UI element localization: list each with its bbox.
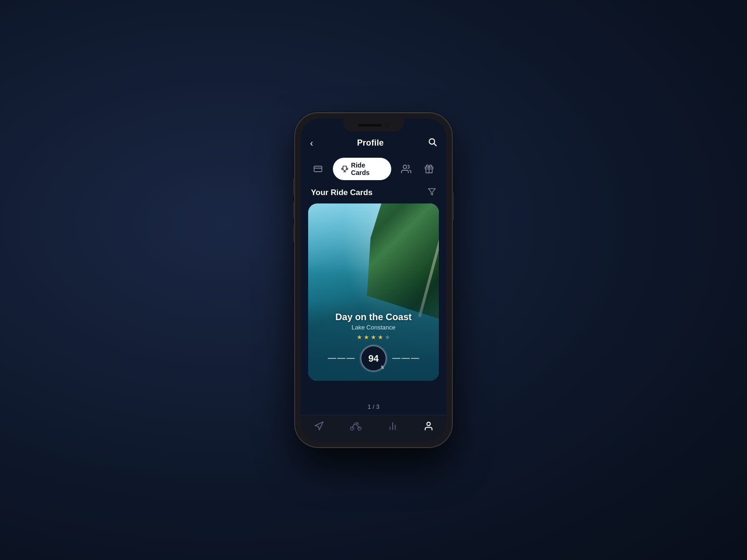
star-3: ★ bbox=[371, 334, 376, 341]
score-line bbox=[402, 358, 410, 359]
card-area: Day on the Coast Lake Constance ★ ★ ★ ★ … bbox=[301, 203, 446, 399]
score-line bbox=[328, 358, 336, 359]
star-2: ★ bbox=[364, 334, 369, 341]
pagination-label: 1 / 3 bbox=[367, 403, 379, 410]
score-line bbox=[337, 358, 345, 359]
notch-camera bbox=[385, 123, 389, 127]
star-5: ★ bbox=[385, 334, 390, 341]
tab-ride-cards-label: Ride Cards bbox=[351, 161, 383, 176]
svg-line-1 bbox=[434, 144, 437, 146]
tab-gift[interactable] bbox=[422, 161, 437, 177]
bottom-nav bbox=[301, 415, 446, 441]
back-button[interactable]: ‹ bbox=[310, 138, 313, 148]
notch bbox=[343, 119, 404, 132]
notch-speaker bbox=[358, 124, 381, 126]
nav-stats[interactable] bbox=[388, 421, 398, 431]
app-content: ‹ Profile bbox=[301, 119, 446, 441]
svg-marker-9 bbox=[429, 189, 436, 195]
section-header: Your Ride Cards bbox=[301, 186, 446, 203]
nav-profile[interactable] bbox=[423, 421, 434, 431]
search-icon[interactable] bbox=[428, 137, 437, 148]
score-lines-right bbox=[392, 358, 419, 359]
score-circle: 94 bbox=[360, 345, 387, 371]
pagination: 1 / 3 bbox=[301, 399, 446, 415]
nav-navigate[interactable] bbox=[314, 421, 324, 431]
ride-name: Day on the Coast bbox=[317, 312, 430, 322]
phone-screen: ‹ Profile bbox=[301, 119, 446, 441]
star-1: ★ bbox=[357, 334, 362, 341]
svg-marker-10 bbox=[315, 422, 323, 430]
score-line bbox=[411, 358, 419, 359]
score-tick bbox=[381, 365, 384, 370]
score-line bbox=[392, 358, 401, 359]
score-value: 94 bbox=[368, 353, 379, 364]
card-content: Day on the Coast Lake Constance ★ ★ ★ ★ … bbox=[308, 304, 439, 381]
ride-location: Lake Constance bbox=[317, 324, 430, 331]
tab-ride-cards[interactable]: Ride Cards bbox=[333, 158, 391, 180]
score-line bbox=[346, 358, 355, 359]
section-title: Your Ride Cards bbox=[311, 188, 373, 197]
tab-friends[interactable] bbox=[399, 161, 414, 177]
phone-wrapper: ‹ Profile bbox=[294, 112, 453, 448]
filter-icon[interactable] bbox=[428, 188, 436, 198]
phone-frame: ‹ Profile bbox=[294, 112, 453, 448]
page-title: Profile bbox=[357, 138, 384, 148]
ride-card[interactable]: Day on the Coast Lake Constance ★ ★ ★ ★ … bbox=[308, 203, 439, 381]
trophy-icon bbox=[341, 165, 348, 173]
nav-motorcycle[interactable] bbox=[350, 421, 362, 431]
svg-rect-2 bbox=[314, 166, 322, 172]
stars-row: ★ ★ ★ ★ ★ bbox=[317, 334, 430, 341]
tab-row: Ride Cards bbox=[301, 154, 446, 186]
score-row: 94 bbox=[317, 345, 430, 371]
star-4: ★ bbox=[378, 334, 383, 341]
score-lines-left bbox=[328, 358, 355, 359]
tab-card-icon[interactable] bbox=[310, 161, 325, 177]
svg-point-6 bbox=[403, 165, 407, 168]
svg-point-16 bbox=[427, 422, 430, 426]
